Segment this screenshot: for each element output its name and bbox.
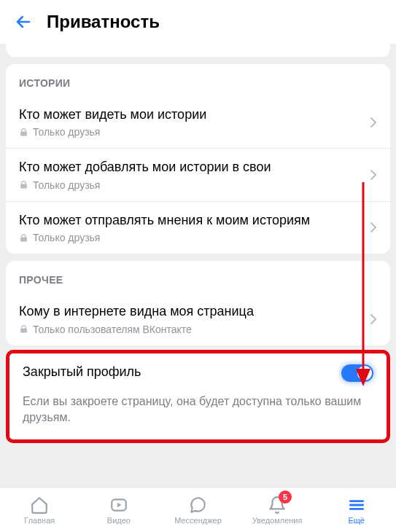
arrow-left-icon (15, 13, 32, 31)
row-who-can-see-stories[interactable]: Кто может видеть мои истории Только друз… (6, 96, 390, 148)
section-stories: ИСТОРИИ Кто может видеть мои истории Тол… (6, 64, 390, 254)
section-other: ПРОЧЕЕ Кому в интернете видна моя страни… (6, 261, 390, 345)
lock-icon (19, 180, 28, 189)
nav-video[interactable]: Видео (79, 488, 159, 532)
row-value: Только друзья (33, 232, 100, 243)
nav-label: Видео (107, 516, 131, 525)
chevron-right-icon (370, 222, 377, 233)
page-title: Приватность (47, 12, 160, 32)
row-title: Кто может отправлять мнения к моим истор… (19, 212, 364, 229)
previous-section-stub (6, 44, 390, 57)
row-content: Кто может добавлять мои истории в свои Т… (19, 159, 364, 190)
row-who-can-send-opinions[interactable]: Кто может отправлять мнения к моим истор… (6, 201, 390, 254)
nav-label: Главная (24, 516, 55, 525)
row-sub: Только друзья (19, 126, 364, 138)
lock-icon (19, 233, 28, 243)
row-sub: Только пользователям ВКонтакте (19, 324, 364, 335)
section-header-other: ПРОЧЕЕ (6, 261, 390, 293)
highlighted-closed-profile: Закрытый профиль Если вы закроете страни… (6, 350, 390, 443)
closed-profile-toggle[interactable] (341, 364, 373, 382)
row-value: Только пользователям ВКонтакте (33, 324, 192, 335)
row-value: Только друзья (33, 179, 100, 191)
nav-label: Ещё (348, 516, 365, 525)
lock-icon (19, 128, 28, 137)
bottom-nav: Главная Видео Мессенджер 5 Уведомления Е… (0, 487, 396, 532)
nav-label: Уведомления (252, 516, 303, 525)
nav-label: Мессенджер (174, 516, 222, 525)
lock-icon (19, 324, 28, 334)
row-content: Кто может отправлять мнения к моим истор… (19, 212, 364, 243)
home-icon (30, 496, 49, 515)
row-closed-profile[interactable]: Закрытый профиль (9, 353, 387, 394)
svg-marker-4 (117, 502, 121, 507)
chevron-right-icon (370, 313, 377, 325)
back-button[interactable] (12, 10, 35, 34)
menu-icon (347, 496, 366, 515)
chevron-right-icon (370, 169, 377, 181)
row-title: Кто может видеть мои истории (19, 106, 364, 123)
row-who-can-add-stories[interactable]: Кто может добавлять мои истории в свои Т… (6, 148, 390, 200)
nav-home[interactable]: Главная (0, 488, 79, 532)
row-content: Закрытый профиль (23, 364, 341, 383)
row-title: Кто может добавлять мои истории в свои (19, 159, 364, 176)
row-title: Кому в интернете видна моя страница (19, 303, 364, 320)
nav-more[interactable]: Ещё (317, 488, 396, 532)
chevron-right-icon (370, 117, 377, 128)
notifications-badge: 5 (279, 490, 292, 504)
row-title: Закрытый профиль (23, 364, 341, 380)
row-who-can-see-page[interactable]: Кому в интернете видна моя страница Толь… (6, 293, 390, 345)
nav-notifications[interactable]: 5 Уведомления (238, 488, 317, 532)
row-sub: Только друзья (19, 179, 364, 191)
nav-messenger[interactable]: Мессенджер (158, 488, 238, 532)
video-icon (109, 496, 128, 515)
chat-icon (188, 496, 207, 515)
header: Приватность (0, 0, 396, 44)
row-value: Только друзья (33, 126, 100, 138)
row-content: Кому в интернете видна моя страница Толь… (19, 303, 364, 335)
closed-profile-description: Если вы закроете страницу, она будет дос… (9, 394, 387, 439)
row-sub: Только друзья (19, 232, 364, 243)
row-content: Кто может видеть мои истории Только друз… (19, 106, 364, 138)
section-header-stories: ИСТОРИИ (6, 64, 390, 96)
